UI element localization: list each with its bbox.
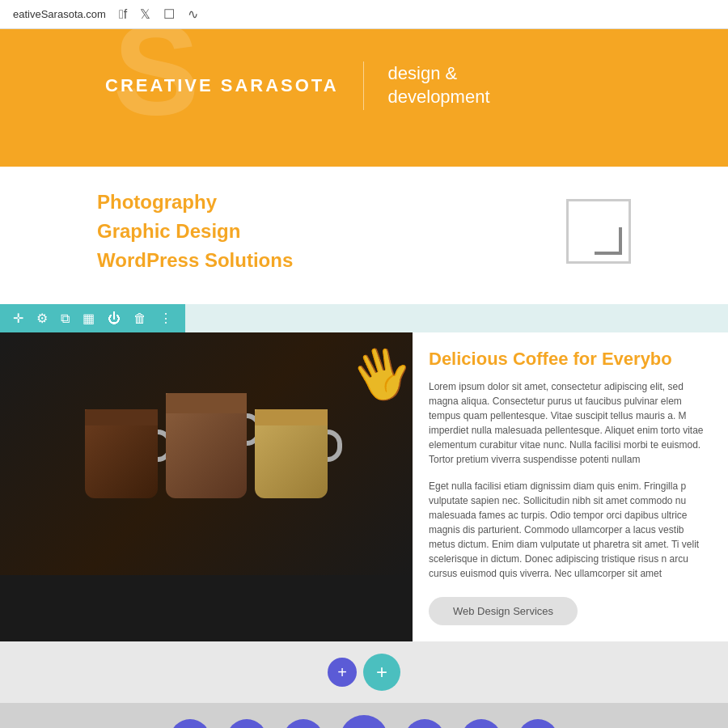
content-body-2: Eget nulla facilisi etiam dignissim diam…: [429, 479, 712, 581]
toolbar-add-button[interactable]: +: [170, 719, 210, 728]
coffee-image: 🖐: [0, 332, 413, 575]
content-body-1: Lorem ipsum dolor sit amet, consectetur …: [429, 379, 712, 467]
toolbar-settings-button[interactable]: ⚙: [404, 719, 445, 728]
tagline-line1: design &: [388, 62, 490, 86]
power-icon[interactable]: ⏻: [108, 311, 121, 326]
cup-group: [85, 393, 328, 514]
facebook-icon[interactable]: f: [119, 7, 127, 22]
more-icon[interactable]: ⋮: [159, 311, 172, 326]
twitter-icon[interactable]: 𝕏: [140, 6, 150, 22]
hero-section: Photography Graphic Design WordPress Sol…: [0, 167, 728, 304]
content-block: 🖐 Delicious Coffee for Everybo Lorem ips…: [0, 332, 728, 641]
service-photography: Photography: [97, 191, 293, 214]
content-title: Delicious Coffee for Everybo: [429, 349, 712, 370]
content-text: Delicious Coffee for Everybo Lorem ipsum…: [413, 332, 728, 641]
header-divider: [363, 61, 364, 110]
cup-right: [255, 409, 328, 498]
services-list: Photography Graphic Design WordPress Sol…: [97, 191, 293, 272]
add-bar: + +: [0, 641, 728, 703]
add-button-large[interactable]: +: [363, 654, 400, 691]
content-image: 🖐: [0, 332, 413, 641]
service-wordpress: WordPress Solutions: [97, 249, 293, 272]
instagram-icon[interactable]: ☐: [163, 6, 175, 22]
content-area: ✛ ⚙ ⧉ ▦ ⏻ 🗑 ⋮ 🖐: [0, 304, 728, 703]
grid-icon[interactable]: ▦: [83, 311, 95, 326]
toolbar-sort-button[interactable]: ⇅: [518, 719, 558, 728]
edit-toolbar: ✛ ⚙ ⧉ ▦ ⏻ 🗑 ⋮: [0, 304, 185, 332]
site-url: eativeSarasota.com: [13, 8, 106, 20]
delete-icon[interactable]: 🗑: [133, 311, 146, 326]
bottom-toolbar: + ⏻ 🗑 ✕ ⚙ ⏱ ⇅: [0, 703, 728, 728]
site-logo[interactable]: CREATIVE SARASOTA: [105, 75, 339, 96]
header-tagline: design & development: [388, 62, 490, 108]
rss-icon[interactable]: ∿: [188, 6, 198, 22]
header-banner: S CREATIVE SARASOTA design & development: [0, 29, 728, 167]
cta-button[interactable]: Web Design Services: [429, 597, 578, 625]
tagline-line2: development: [388, 86, 490, 109]
cup-left: [85, 409, 158, 498]
logo-text: CREATIVE SARASOTA: [105, 75, 339, 95]
move-icon[interactable]: ✛: [13, 311, 23, 326]
cup-middle: [166, 393, 247, 498]
hand-cursor-icon: 🖐: [344, 336, 413, 410]
hero-image: [566, 199, 631, 264]
settings-icon[interactable]: ⚙: [36, 311, 48, 326]
top-nav: eativeSarasota.com f 𝕏 ☐ ∿: [0, 0, 728, 29]
toolbar-delete-button[interactable]: 🗑: [283, 719, 324, 728]
service-graphic-design: Graphic Design: [97, 220, 293, 243]
add-button-small[interactable]: +: [328, 658, 357, 687]
toolbar-power-button[interactable]: ⏻: [226, 719, 267, 728]
duplicate-icon[interactable]: ⧉: [61, 311, 70, 326]
cup-handle-right: [328, 430, 342, 462]
toolbar-close-button[interactable]: ✕: [340, 715, 388, 728]
toolbar-timer-button[interactable]: ⏱: [461, 719, 502, 728]
